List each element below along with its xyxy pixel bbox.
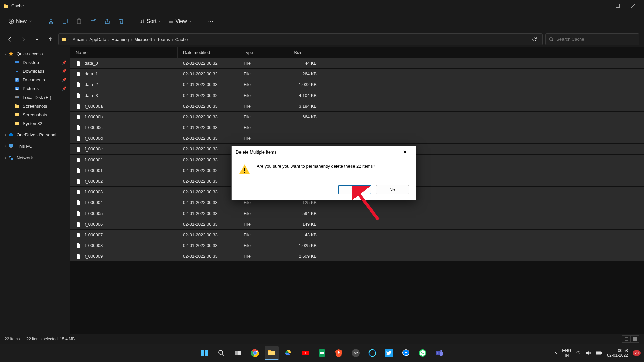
address-dropdown-button[interactable] (517, 34, 528, 45)
sidebar-item[interactable]: Screenshots (0, 102, 70, 110)
file-row[interactable]: f_000006 02-01-2022 00:33 File 149 KB (70, 219, 644, 230)
brave-icon[interactable] (332, 346, 346, 360)
file-icon (76, 104, 81, 109)
more-button[interactable]: ⋯ (204, 15, 217, 28)
new-button[interactable]: New (5, 16, 36, 26)
sort-button[interactable]: Sort (137, 16, 165, 26)
bit-icon[interactable]: bit (348, 346, 363, 360)
column-size[interactable]: Size (288, 47, 322, 58)
cortana-icon[interactable] (365, 346, 379, 360)
sidebar-item-label: Documents (23, 77, 45, 82)
column-headers: Name˄ Date modified Type Size (70, 47, 644, 58)
maximize-button[interactable] (610, 0, 625, 12)
back-button[interactable] (5, 34, 15, 45)
svg-point-13 (16, 88, 17, 89)
file-row[interactable]: f_000007 02-01-2022 00:33 File 43 KB (70, 230, 644, 240)
file-date: 02-01-2022 00:32 (178, 168, 238, 173)
svg-rect-19 (633, 337, 635, 339)
rename-button[interactable] (87, 15, 100, 28)
file-type: File (238, 200, 288, 205)
up-button[interactable] (45, 34, 56, 45)
sidebar-item[interactable]: Local Disk (E:) (0, 93, 70, 102)
file-row[interactable]: data_1 02-01-2022 00:32 File 264 KB (70, 69, 644, 79)
share-button[interactable] (101, 15, 114, 28)
youtube-icon[interactable] (298, 346, 312, 360)
delete-button[interactable] (115, 15, 128, 28)
tray-language[interactable]: ENGIN (562, 348, 571, 358)
sheets-icon[interactable] (315, 346, 329, 360)
sidebar-thispc[interactable]: › This PC (0, 142, 70, 150)
dialog-yes-button[interactable]: Yes (338, 185, 371, 194)
file-name: f_000002 (85, 179, 103, 184)
file-row[interactable]: data_0 02-01-2022 00:32 File 44 KB (70, 58, 644, 69)
sidebar-item[interactable]: Pictures📌 (0, 84, 70, 93)
sidebar-item[interactable]: System32 (0, 119, 70, 128)
sidebar-item[interactable]: Downloads📌 (0, 67, 70, 75)
sidebar-label: Network (17, 155, 33, 160)
battery-icon[interactable] (596, 351, 602, 355)
file-row[interactable]: f_000005 02-01-2022 00:33 File 594 KB (70, 208, 644, 219)
copy-button[interactable] (58, 15, 72, 28)
sidebar-item[interactable]: Documents📌 (0, 75, 70, 84)
file-row[interactable]: f_000009 02-01-2022 00:33 File 2,609 KB (70, 251, 644, 262)
refresh-button[interactable] (529, 34, 540, 45)
sidebar-quick-access[interactable]: ⌄ Quick access (0, 49, 70, 58)
start-button[interactable] (198, 346, 212, 360)
dialog-no-button[interactable]: No (376, 185, 409, 194)
file-row[interactable]: f_00000a 02-01-2022 00:33 File 3,184 KB (70, 101, 644, 112)
file-explorer-icon[interactable] (265, 346, 279, 360)
tray-overflow-button[interactable] (553, 351, 557, 355)
recent-button[interactable] (32, 34, 42, 45)
minimize-button[interactable] (594, 0, 610, 12)
file-row[interactable]: f_00000c 02-01-2022 00:33 File (70, 122, 644, 133)
file-icon (76, 125, 81, 130)
teams-icon[interactable]: T (432, 346, 446, 360)
breadcrumb-item[interactable]: Roaming (110, 36, 131, 43)
forward-button[interactable] (18, 34, 29, 45)
dialog-close-button[interactable]: ✕ (398, 146, 412, 158)
view-button[interactable]: View (165, 16, 195, 26)
search-input[interactable] (556, 37, 636, 42)
sidebar-item-label: Pictures (23, 86, 39, 91)
svg-rect-18 (11, 158, 13, 160)
whatsapp-icon[interactable] (416, 346, 430, 360)
task-view-button[interactable] (231, 346, 245, 360)
volume-icon[interactable] (586, 350, 591, 356)
navigation-bar: › Aman›AppData›Roaming›Microsoft›Teams›C… (0, 31, 644, 47)
sidebar-onedrive[interactable]: › OneDrive - Personal (0, 130, 70, 139)
close-button[interactable] (625, 0, 641, 12)
sidebar-item[interactable]: Desktop📌 (0, 58, 70, 67)
messenger-icon[interactable] (399, 346, 413, 360)
paste-button[interactable] (72, 15, 86, 28)
file-size: 1,032 KB (288, 82, 322, 87)
thumbnails-view-button[interactable] (631, 335, 639, 343)
address-bar[interactable]: › Aman›AppData›Roaming›Microsoft›Teams›C… (58, 33, 543, 45)
twitter-icon[interactable] (382, 346, 396, 360)
column-name[interactable]: Name˄ (70, 47, 178, 58)
column-type[interactable]: Type (238, 47, 288, 58)
file-row[interactable]: f_00000b 02-01-2022 00:33 File 664 KB (70, 112, 644, 122)
details-view-button[interactable] (622, 335, 631, 343)
breadcrumb-item[interactable]: Aman (71, 36, 86, 43)
file-name: f_000008 (85, 243, 103, 248)
breadcrumb-item[interactable]: Cache (173, 36, 190, 43)
sidebar-network[interactable]: › Network (0, 153, 70, 162)
cut-button[interactable] (44, 15, 58, 28)
search-box[interactable] (545, 33, 639, 45)
chrome-icon[interactable] (248, 346, 262, 360)
file-row[interactable]: data_3 02-01-2022 00:32 File 4,104 KB (70, 90, 644, 101)
wifi-icon[interactable] (576, 350, 581, 356)
breadcrumb-item[interactable]: AppData (87, 36, 108, 43)
breadcrumb-item[interactable]: Teams (155, 36, 172, 43)
drive-icon[interactable] (281, 346, 296, 360)
file-row[interactable]: f_000008 02-01-2022 00:33 File 1,025 KB (70, 240, 644, 251)
file-row[interactable]: data_2 02-01-2022 00:33 File 1,032 KB (70, 79, 644, 90)
column-date[interactable]: Date modified (178, 47, 238, 58)
sidebar-item[interactable]: Screenshots (0, 110, 70, 119)
file-row[interactable]: f_00000d 02-01-2022 00:33 File (70, 133, 644, 144)
file-name: f_00000f (85, 157, 102, 162)
breadcrumb-item[interactable]: Microsoft (132, 36, 154, 43)
search-button[interactable] (214, 346, 228, 360)
tray-clock[interactable]: 00:5802-01-2022 (607, 348, 628, 358)
notification-badge[interactable]: 20 (633, 350, 641, 356)
